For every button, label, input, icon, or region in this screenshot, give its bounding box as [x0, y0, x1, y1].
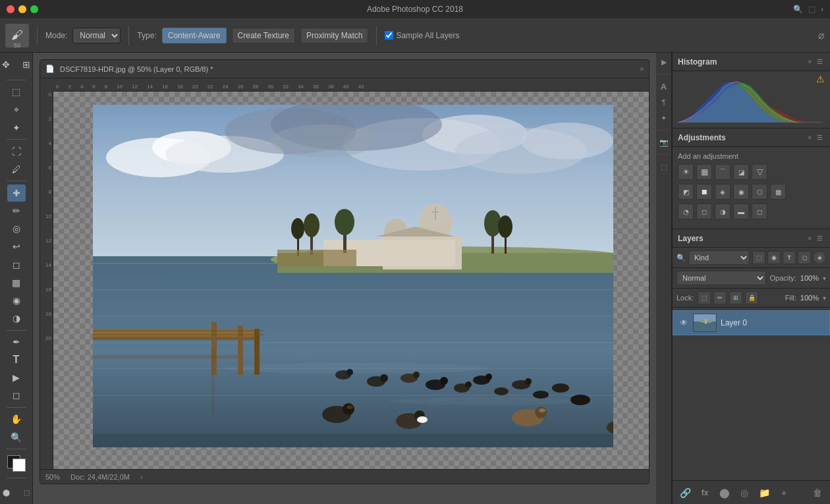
- layer-visibility-toggle[interactable]: 👁: [678, 318, 689, 328]
- panel-toggle-camera[interactable]: 📷: [657, 136, 671, 149]
- tool-marquee[interactable]: ⬚: [7, 84, 26, 100]
- layers-blend-mode-select[interactable]: Normal: [677, 271, 766, 285]
- tool-hand[interactable]: ✋: [7, 411, 26, 428]
- tool-eraser[interactable]: ◻: [7, 256, 26, 273]
- add-adjustment-label: Add an adjustment: [678, 152, 825, 160]
- layout-icon[interactable]: ⬚: [808, 5, 816, 14]
- tool-pen[interactable]: ✒: [7, 333, 26, 350]
- filter-smart[interactable]: ◈: [813, 251, 826, 264]
- link-layers-btn[interactable]: 🔗: [678, 486, 692, 500]
- quick-mask-btn[interactable]: ⬤: [0, 483, 15, 501]
- panel-toggle-star[interactable]: ✦: [657, 111, 671, 125]
- canvas-scroll-area[interactable]: 0 2 4 6 8 10 12 14 16 18 20 22 24 26: [40, 78, 649, 469]
- panel-toggle-play[interactable]: ▶: [657, 55, 671, 69]
- lock-pixels[interactable]: ⬚: [698, 291, 711, 304]
- lock-artboards[interactable]: ⊞: [729, 291, 742, 304]
- content-aware-button[interactable]: Content-Aware: [162, 28, 227, 43]
- adjustments-menu-btn[interactable]: ☰: [814, 132, 825, 143]
- layers-menu-btn[interactable]: ☰: [814, 233, 825, 244]
- search-icon[interactable]: 🔍: [793, 5, 803, 14]
- adj-hue-sat[interactable]: ◩: [678, 184, 694, 200]
- lock-position[interactable]: ✏: [713, 291, 727, 304]
- add-mask-btn[interactable]: ⬤: [717, 486, 732, 500]
- minimize-button[interactable]: [18, 5, 26, 13]
- layers-expand-btn[interactable]: »: [808, 235, 812, 242]
- adj-photo-filter[interactable]: ◉: [733, 184, 749, 200]
- tool-wand[interactable]: ✦: [7, 119, 26, 136]
- adj-brightness[interactable]: ☀: [678, 164, 694, 180]
- tool-move[interactable]: ✥: [0, 55, 15, 74]
- panel-toggle-a[interactable]: A: [657, 80, 671, 93]
- tool-gradient[interactable]: ▦: [7, 274, 26, 291]
- adj-selective-color[interactable]: ◻: [752, 204, 767, 219]
- tool-lasso[interactable]: ⌖: [7, 101, 26, 118]
- sample-all-layers-checkbox[interactable]: [385, 31, 393, 40]
- toolbar-divider-2: [128, 26, 129, 45]
- filter-pixel[interactable]: ⬚: [752, 251, 765, 264]
- adj-threshold[interactable]: ◑: [715, 204, 731, 219]
- svg-rect-14: [93, 316, 613, 316]
- svg-rect-45: [238, 325, 243, 375]
- panel-toggle-sliders[interactable]: ⬚: [657, 160, 671, 173]
- filter-shape[interactable]: ◻: [798, 251, 811, 264]
- tool-zoom[interactable]: 🔍: [7, 429, 26, 445]
- tool-crop[interactable]: ⛶: [7, 143, 26, 159]
- tool-eyedropper[interactable]: 🖊: [7, 161, 26, 177]
- fx-btn[interactable]: fx: [698, 486, 712, 500]
- adj-bw[interactable]: ◈: [715, 184, 731, 200]
- layers-mode-bar: Normal Opacity: 100% ▾: [673, 268, 830, 289]
- adj-invert[interactable]: ◔: [678, 204, 694, 219]
- tool-history-brush[interactable]: ↩: [7, 238, 26, 255]
- histogram-menu-btn[interactable]: ☰: [814, 57, 825, 67]
- new-adjustment-btn[interactable]: ◎: [737, 486, 752, 500]
- proximity-match-button[interactable]: Proximity Match: [300, 28, 368, 43]
- tool-brush[interactable]: ✏: [7, 203, 26, 219]
- tool-clone[interactable]: ◎: [7, 221, 26, 237]
- adj-posterize[interactable]: ◻: [696, 204, 712, 219]
- fill-chevron[interactable]: ▾: [823, 294, 826, 302]
- new-group-btn[interactable]: 📁: [757, 486, 771, 500]
- adjustments-header: Adjustments » ☰: [673, 128, 830, 147]
- smudge-icon[interactable]: ⌀: [818, 29, 825, 42]
- new-layer-btn[interactable]: +: [777, 486, 791, 500]
- arrow-icon[interactable]: ›: [821, 5, 823, 14]
- close-button[interactable]: [7, 5, 14, 13]
- tool-type[interactable]: T: [7, 352, 26, 368]
- layers-filter-bar: 🔍 Kind ⬚ ◉ T ◻ ◈: [673, 248, 830, 268]
- color-swatch[interactable]: [7, 455, 26, 472]
- tool-blur[interactable]: ◉: [7, 292, 26, 308]
- mode-select[interactable]: Normal: [72, 28, 121, 43]
- adjustments-expand-btn[interactable]: »: [808, 134, 812, 141]
- lock-all[interactable]: 🔒: [745, 291, 758, 304]
- canvas-expand-btn[interactable]: »: [640, 65, 644, 72]
- background-color[interactable]: [13, 459, 26, 472]
- adj-vibrance[interactable]: ▽: [752, 164, 767, 180]
- tool-dodge[interactable]: ◑: [7, 310, 26, 326]
- svg-rect-46: [254, 329, 260, 375]
- adj-channel-mix[interactable]: ⬡: [752, 184, 767, 200]
- tool-path-selection[interactable]: ▶: [7, 370, 26, 386]
- strip-divider-3: [657, 154, 671, 155]
- opacity-chevron[interactable]: ▾: [823, 275, 826, 282]
- filter-adjust[interactable]: ◉: [767, 251, 781, 264]
- tool-shape[interactable]: ◻: [7, 387, 26, 404]
- delete-layer-btn[interactable]: 🗑: [810, 486, 825, 500]
- histogram-expand-btn[interactable]: »: [808, 58, 812, 65]
- create-texture-button[interactable]: Create Texture: [232, 28, 296, 43]
- adj-color-balance[interactable]: 🔲: [696, 184, 712, 200]
- adj-exposure[interactable]: ◪: [733, 164, 749, 180]
- layers-kind-select[interactable]: Kind: [688, 250, 750, 265]
- panel-toggle-paragraph[interactable]: ¶: [657, 96, 671, 109]
- adj-gradient-map[interactable]: ▬: [733, 204, 749, 219]
- status-arrow[interactable]: ›: [140, 473, 143, 481]
- filter-type[interactable]: T: [783, 251, 796, 264]
- window-controls[interactable]: [7, 5, 38, 13]
- tool-healing[interactable]: ✚: [7, 184, 26, 201]
- brush-size: 50: [14, 42, 20, 49]
- adj-color-lookup[interactable]: ▦: [770, 184, 786, 200]
- adj-levels[interactable]: ▦: [696, 164, 712, 180]
- layer-item[interactable]: 👁 Layer 0: [673, 310, 830, 335]
- adjustments-title: Adjustments: [678, 133, 805, 142]
- maximize-button[interactable]: [30, 5, 38, 13]
- adj-curves[interactable]: ⌒: [715, 164, 731, 180]
